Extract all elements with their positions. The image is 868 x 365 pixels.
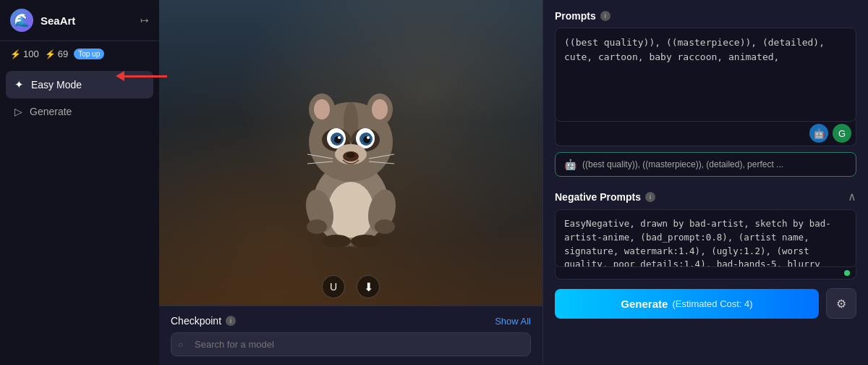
- prompts-section: Prompts i ((best quality)), ((masterpiec…: [543, 0, 868, 146]
- checkpoint-label: Checkpoint i: [171, 315, 236, 327]
- svg-point-15: [338, 136, 341, 139]
- svg-point-5: [314, 99, 330, 119]
- main-content: U ⬇ Checkpoint i Show All ○: [159, 0, 542, 365]
- ai-enhance-button[interactable]: 🤖: [809, 124, 828, 143]
- negative-textarea[interactable]: EasyNegative, drawn by bad-artist, sketc…: [555, 209, 856, 267]
- svg-point-27: [307, 219, 327, 234]
- svg-point-16: [367, 136, 370, 139]
- stat-value2: 69: [58, 49, 68, 59]
- settings-icon: ⚙: [836, 297, 846, 311]
- model-search-wrap: ○: [171, 332, 531, 356]
- app-logo: 🌊: [10, 9, 33, 32]
- stat-value1: 100: [23, 49, 39, 59]
- svg-point-1: [328, 182, 374, 240]
- prompts-textarea[interactable]: ((best quality)), ((masterpiece)), (deta…: [555, 28, 856, 122]
- generate-button[interactable]: Generate (Estimated Cost: 4): [555, 289, 819, 319]
- prompts-footer: 🤖 G: [555, 121, 856, 146]
- right-panel: Prompts i ((best quality)), ((masterpiec…: [542, 0, 868, 365]
- generate-label: Generate: [621, 298, 668, 310]
- prompts-info-icon[interactable]: i: [600, 11, 610, 21]
- raccoon-svg: [282, 59, 420, 247]
- svg-point-6: [372, 99, 388, 119]
- generate-row: Generate (Estimated Cost: 4) ⚙: [543, 280, 868, 327]
- svg-point-19: [346, 152, 355, 158]
- sidebar-stats: ⚡ 100 ⚡ 69 Top up: [0, 41, 159, 67]
- arrow-line: [124, 75, 167, 77]
- red-arrow-indicator: [116, 71, 167, 81]
- sidebar-item-generate[interactable]: ▷ Generate: [6, 98, 153, 125]
- checkpoint-title: Checkpoint: [171, 315, 221, 327]
- checkpoint-info-icon[interactable]: i: [226, 316, 236, 326]
- search-icon: ○: [178, 340, 183, 350]
- sidebar: 🌊 SeaArt ↦ ⚡ 100 ⚡ 69 Top up ✦ Easy Mode…: [0, 0, 159, 365]
- stat-lightning2: ⚡ 69: [45, 49, 68, 59]
- easy-mode-label: Easy Mode: [31, 79, 82, 91]
- smart-prompt-bar[interactable]: 🤖 ((best quality)), ((masterpiece)), (de…: [555, 152, 856, 177]
- back-icon[interactable]: ↦: [140, 14, 149, 26]
- svg-point-28: [375, 219, 395, 234]
- image-placeholder: [159, 0, 542, 306]
- settings-button[interactable]: ⚙: [826, 288, 856, 319]
- model-search-input[interactable]: [171, 332, 531, 356]
- smart-prompt-icon: 🤖: [564, 159, 576, 170]
- app-name: SeaArt: [41, 14, 133, 27]
- lightning2-icon: ⚡: [45, 49, 56, 59]
- stat-lightning1: ⚡ 100: [10, 49, 39, 59]
- checkpoint-section: Checkpoint i Show All ○: [159, 306, 542, 365]
- negative-footer: [555, 267, 856, 280]
- ai-grammar-button[interactable]: G: [833, 124, 851, 143]
- smart-prompt-text: ((best quality)), ((masterpiece)), (deta…: [582, 159, 847, 169]
- negative-title-row: Negative Prompts i: [555, 191, 655, 203]
- generate-nav-label: Generate: [30, 106, 72, 117]
- checkpoint-row: Checkpoint i Show All: [171, 315, 531, 327]
- raccoon-image: [282, 0, 420, 306]
- negative-title: Negative Prompts: [555, 191, 641, 203]
- show-all-link[interactable]: Show All: [495, 316, 531, 327]
- svg-point-24: [344, 102, 358, 143]
- collapse-button[interactable]: ∧: [848, 190, 856, 204]
- prompts-title: Prompts: [555, 10, 596, 22]
- prompts-header: Prompts i: [555, 10, 856, 22]
- lightning1-icon: ⚡: [10, 49, 21, 59]
- topup-button[interactable]: Top up: [74, 49, 104, 59]
- generate-cost: (Estimated Cost: 4): [672, 298, 752, 309]
- play-icon: ▷: [14, 106, 22, 117]
- sidebar-header: 🌊 SeaArt ↦: [0, 0, 159, 41]
- negative-header: Negative Prompts i ∧: [555, 190, 856, 204]
- negative-info-icon[interactable]: i: [645, 192, 655, 202]
- negative-prompts-section: Negative Prompts i ∧ EasyNegative, drawn…: [543, 182, 868, 280]
- sparkle-icon: ✦: [14, 78, 24, 91]
- image-area: U ⬇: [159, 0, 542, 306]
- green-status-dot: [844, 270, 850, 276]
